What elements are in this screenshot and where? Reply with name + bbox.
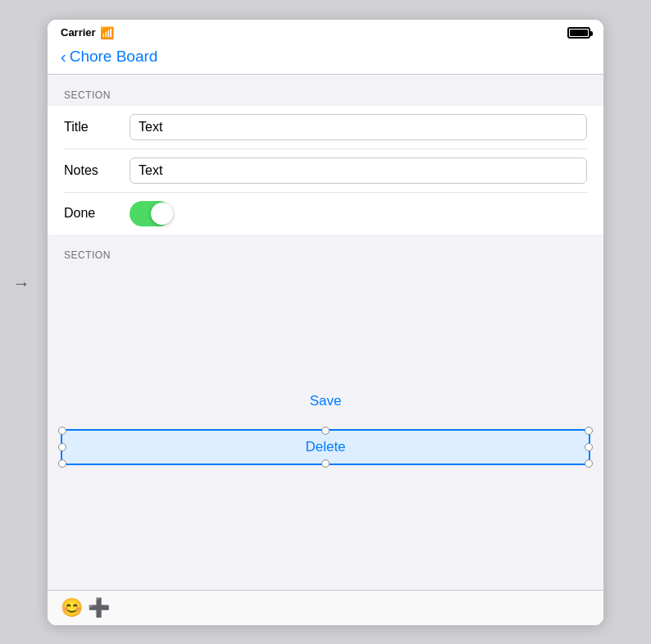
wifi-icon: 📶 xyxy=(100,26,114,39)
outer-arrow: → xyxy=(12,273,30,295)
handle-tr xyxy=(585,427,593,435)
bottom-spacer xyxy=(48,478,603,590)
delete-container: Delete xyxy=(48,426,603,478)
title-input[interactable] xyxy=(130,114,587,140)
section2-header: SECTION xyxy=(48,235,603,266)
carrier-label: Carrier 📶 xyxy=(61,26,114,39)
back-chevron-icon: ‹ xyxy=(61,48,66,65)
done-label: Done xyxy=(64,206,130,221)
save-row: Save xyxy=(48,377,603,426)
handle-ml xyxy=(58,443,66,451)
status-bar: Carrier 📶 xyxy=(48,20,603,44)
add-icon[interactable]: ➕ xyxy=(88,597,110,619)
handle-mr xyxy=(585,443,593,451)
device-frame: Carrier 📶 ‹ Chore Board SECTION Title xyxy=(47,19,604,626)
handle-tl xyxy=(58,427,66,435)
content-area: SECTION Title Notes Done xyxy=(48,75,603,625)
handle-tm xyxy=(321,427,330,435)
section-spacer xyxy=(48,266,603,377)
title-row: Title xyxy=(64,106,587,149)
nav-bar: ‹ Chore Board xyxy=(48,44,603,75)
form-group: Title Notes Done xyxy=(48,106,603,235)
section1-header: SECTION xyxy=(48,75,603,106)
save-button[interactable]: Save xyxy=(294,388,358,414)
title-label: Title xyxy=(64,120,130,135)
notes-label: Notes xyxy=(64,163,130,178)
battery-icon xyxy=(567,27,590,39)
back-label: Chore Board xyxy=(70,48,158,66)
done-toggle[interactable] xyxy=(130,201,171,226)
back-button[interactable]: ‹ Chore Board xyxy=(61,48,157,66)
handle-bl xyxy=(58,459,66,468)
delete-button[interactable]: Delete xyxy=(62,431,589,464)
toggle-thumb xyxy=(151,203,173,225)
notes-input[interactable] xyxy=(130,158,587,184)
handle-br xyxy=(585,459,593,468)
done-row: Done xyxy=(64,193,587,235)
toggle-track xyxy=(130,201,171,226)
delete-button-wrapper: Delete xyxy=(61,429,590,465)
notes-row: Notes xyxy=(64,149,587,193)
handle-bm xyxy=(321,459,330,468)
bottom-toolbar: 😊 ➕ xyxy=(48,590,603,625)
smiley-icon[interactable]: 😊 xyxy=(61,597,83,619)
